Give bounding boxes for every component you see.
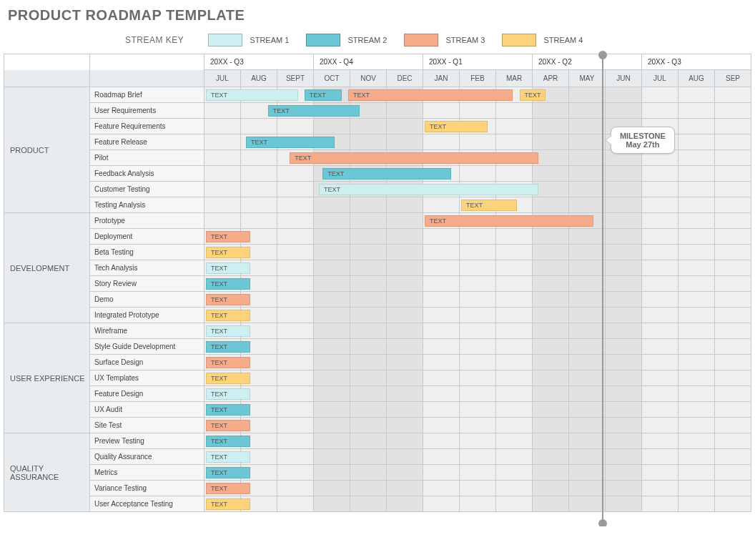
grid-cell[interactable] xyxy=(715,465,751,481)
grid-cell[interactable] xyxy=(569,166,606,182)
gantt-bar[interactable]: TEXT xyxy=(305,89,342,101)
grid-cell[interactable] xyxy=(460,134,496,150)
grid-cell[interactable] xyxy=(606,386,642,402)
grid-cell[interactable] xyxy=(606,292,642,308)
grid-cell[interactable] xyxy=(569,119,606,134)
gantt-bar[interactable]: TEXT xyxy=(246,137,335,148)
grid-cell[interactable] xyxy=(715,402,751,418)
grid-cell[interactable] xyxy=(350,355,387,370)
grid-cell[interactable] xyxy=(496,103,533,119)
grid-cell[interactable] xyxy=(606,402,642,418)
grid-cell[interactable] xyxy=(533,323,569,339)
grid-cell[interactable] xyxy=(460,433,496,449)
grid-cell[interactable] xyxy=(423,134,460,150)
grid-cell[interactable] xyxy=(350,134,387,150)
grid-cell[interactable] xyxy=(642,103,678,119)
grid-cell[interactable] xyxy=(277,119,314,134)
task-cell[interactable]: Pilot xyxy=(90,150,204,166)
grid-cell[interactable] xyxy=(606,449,642,465)
grid-cell[interactable] xyxy=(715,260,751,276)
grid-cell[interactable] xyxy=(606,339,642,355)
grid-cell[interactable] xyxy=(314,276,350,292)
grid-cell[interactable] xyxy=(423,260,460,276)
gantt-bar[interactable]: TEXT xyxy=(206,89,298,101)
grid-cell[interactable] xyxy=(606,260,642,276)
grid-cell[interactable] xyxy=(569,496,606,512)
grid-cell[interactable] xyxy=(460,260,496,276)
grid-cell[interactable] xyxy=(423,449,460,465)
task-cell[interactable]: Site Test xyxy=(90,418,204,433)
grid-cell[interactable] xyxy=(606,197,642,213)
grid-cell[interactable] xyxy=(496,481,533,496)
grid-cell[interactable] xyxy=(678,166,715,182)
grid-cell[interactable] xyxy=(715,496,751,512)
grid-cell[interactable] xyxy=(423,229,460,245)
gantt-bar[interactable]: TEXT xyxy=(290,152,538,164)
grid-cell[interactable] xyxy=(715,433,751,449)
grid-cell[interactable] xyxy=(387,370,423,386)
gantt-bar[interactable]: TEXT xyxy=(206,467,250,478)
gantt-bar[interactable]: TEXT xyxy=(206,483,250,494)
grid-cell[interactable] xyxy=(715,213,751,229)
grid-cell[interactable] xyxy=(241,119,277,134)
gantt-bar[interactable]: TEXT xyxy=(319,184,538,195)
grid-cell[interactable] xyxy=(606,166,642,182)
grid-cell[interactable] xyxy=(423,496,460,512)
grid-cell[interactable] xyxy=(423,355,460,370)
grid-cell[interactable] xyxy=(569,276,606,292)
grid-cell[interactable] xyxy=(533,449,569,465)
gantt-bar[interactable]: TEXT xyxy=(206,325,250,337)
grid-cell[interactable] xyxy=(460,449,496,465)
grid-cell[interactable] xyxy=(387,276,423,292)
grid-cell[interactable] xyxy=(606,103,642,119)
grid-cell[interactable] xyxy=(350,197,387,213)
grid-cell[interactable] xyxy=(569,134,606,150)
grid-cell[interactable] xyxy=(423,465,460,481)
grid-cell[interactable] xyxy=(642,496,678,512)
task-cell[interactable]: Preview Testing xyxy=(90,433,204,449)
grid-cell[interactable] xyxy=(350,229,387,245)
grid-cell[interactable] xyxy=(569,103,606,119)
grid-cell[interactable] xyxy=(642,339,678,355)
grid-cell[interactable] xyxy=(460,276,496,292)
grid-cell[interactable] xyxy=(533,119,569,134)
grid-cell[interactable] xyxy=(496,166,533,182)
grid-cell[interactable] xyxy=(314,481,350,496)
grid-cell[interactable] xyxy=(387,245,423,260)
grid-cell[interactable] xyxy=(678,449,715,465)
grid-cell[interactable] xyxy=(460,402,496,418)
grid-cell[interactable] xyxy=(350,292,387,308)
gantt-bar[interactable]: TEXT xyxy=(206,388,250,400)
task-cell[interactable]: Demo xyxy=(90,292,204,308)
task-cell[interactable]: Variance Testing xyxy=(90,481,204,496)
grid-cell[interactable] xyxy=(715,292,751,308)
task-cell[interactable]: Customer Testing xyxy=(90,182,204,197)
grid-cell[interactable] xyxy=(533,355,569,370)
grid-cell[interactable] xyxy=(350,339,387,355)
grid-cell[interactable] xyxy=(423,481,460,496)
grid-cell[interactable] xyxy=(678,150,715,166)
grid-cell[interactable] xyxy=(569,433,606,449)
grid-cell[interactable] xyxy=(204,182,241,197)
grid-cell[interactable] xyxy=(533,229,569,245)
grid-cell[interactable] xyxy=(715,182,751,197)
grid-cell[interactable] xyxy=(387,465,423,481)
grid-cell[interactable] xyxy=(350,449,387,465)
grid-cell[interactable] xyxy=(460,418,496,433)
task-cell[interactable]: Prototype xyxy=(90,213,204,229)
grid-cell[interactable] xyxy=(642,323,678,339)
grid-cell[interactable] xyxy=(387,496,423,512)
grid-cell[interactable] xyxy=(460,308,496,323)
gantt-bar[interactable]: TEXT xyxy=(206,357,250,368)
gantt-bar[interactable]: TEXT xyxy=(206,436,250,447)
grid-cell[interactable] xyxy=(678,418,715,433)
grid-cell[interactable] xyxy=(387,134,423,150)
grid-cell[interactable] xyxy=(314,308,350,323)
grid-cell[interactable] xyxy=(496,433,533,449)
grid-cell[interactable] xyxy=(606,418,642,433)
grid-cell[interactable] xyxy=(496,323,533,339)
grid-cell[interactable] xyxy=(678,182,715,197)
grid-cell[interactable] xyxy=(314,229,350,245)
grid-cell[interactable] xyxy=(715,370,751,386)
grid-cell[interactable] xyxy=(241,150,277,166)
